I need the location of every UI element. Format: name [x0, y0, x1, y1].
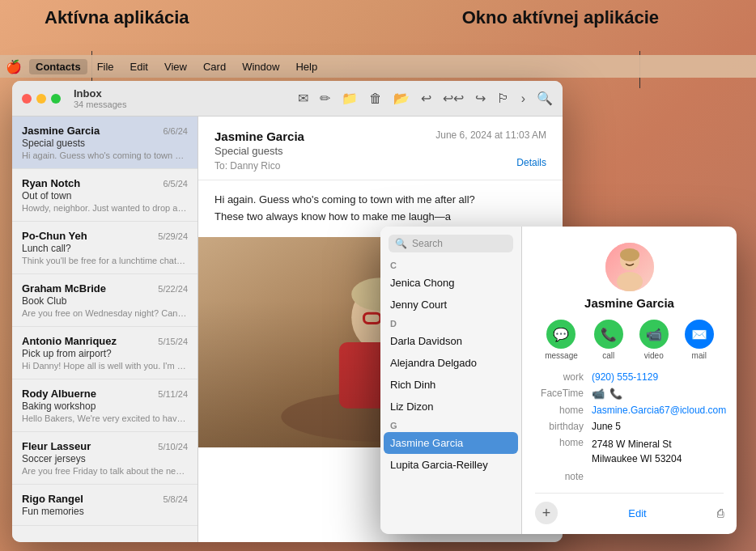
fullscreen-button[interactable] — [51, 94, 61, 104]
call-label: call — [602, 351, 614, 360]
search-input[interactable]: Search — [412, 238, 443, 249]
menu-help[interactable]: Help — [289, 59, 324, 74]
more-icon[interactable]: › — [521, 91, 525, 106]
forward-icon[interactable]: ↪ — [475, 91, 486, 106]
folder-icon[interactable]: 📂 — [393, 91, 410, 106]
contact-item[interactable]: Alejandra Delgado — [380, 352, 521, 374]
mail-item-subject: Fun memories — [22, 506, 188, 517]
facetime-label: FaceTime — [535, 388, 584, 400]
birthday-label: birthday — [535, 421, 584, 432]
inbox-label: Inbox — [74, 87, 126, 100]
mail-item-date: 5/10/24 — [158, 442, 188, 451]
mail-item[interactable]: Rody Albuerne 5/11/24 Baking workshop He… — [12, 379, 197, 432]
archive-icon[interactable]: 📁 — [342, 91, 358, 106]
add-contact-button[interactable]: + — [535, 502, 558, 524]
call-icon: 📞 — [594, 320, 623, 349]
share-contact-button[interactable]: ⎙ — [717, 506, 724, 519]
mail-item[interactable]: Fleur Lasseur 5/10/24 Soccer jerseys Are… — [12, 432, 197, 485]
contact-item[interactable]: Lupita Garcia-Reilley — [380, 454, 521, 476]
search-icon[interactable]: 🔍 — [537, 91, 553, 106]
contact-item[interactable]: Jenny Court — [380, 294, 521, 316]
avatar — [605, 243, 654, 291]
mail-body-line2: These two always know how to make me lau… — [214, 209, 546, 226]
mail-item-preview: Think you'll be free for a lunchtime cha… — [22, 256, 188, 265]
contact-item-selected[interactable]: Jasmine Garcia — [384, 432, 518, 454]
mail-item-subject: Special guests — [22, 138, 188, 149]
mail-item-subject: Book Club — [22, 295, 188, 307]
mail-details-link[interactable]: Details — [516, 157, 546, 168]
menu-file[interactable]: File — [91, 59, 121, 74]
contacts-search-box[interactable]: 🔍 Search — [389, 235, 513, 252]
mail-item-sender: Ryan Notch — [22, 177, 80, 189]
address-label: home — [535, 437, 584, 466]
menu-edit[interactable]: Edit — [124, 59, 155, 74]
mail-item[interactable]: Rigo Rangel 5/8/24 Fun memories — [12, 485, 197, 526]
contact-info-birthday: birthday June 5 — [535, 421, 724, 432]
contact-item[interactable]: Darla Davidson — [380, 330, 521, 352]
flag-icon[interactable]: 🏳 — [497, 91, 510, 106]
mail-item-date: 6/5/24 — [163, 179, 188, 189]
address-value: 2748 W Mineral StMilwaukee WI 53204 — [592, 437, 724, 466]
note-label: note — [535, 471, 584, 482]
contacts-window: 🔍 Search C Jenica Chong Jenny Court D Da… — [380, 227, 737, 534]
contact-item[interactable]: Jenica Chong — [380, 272, 521, 294]
mail-content-header: June 6, 2024 at 11:03 AM Jasmine Garcia … — [198, 117, 563, 180]
mail-item[interactable]: Antonio Manriquez 5/15/24 Pick up from a… — [12, 327, 197, 379]
mail-item-preview: Hello Bakers, We're very excited to have… — [22, 413, 188, 423]
contact-actions: 💬 message 📞 call 📹 video ✉️ mail — [535, 320, 724, 360]
reply-icon[interactable]: ↩ — [421, 91, 431, 106]
contact-item[interactable]: Liz Dizon — [380, 396, 521, 417]
mail-action-button[interactable]: ✉️ mail — [685, 320, 714, 360]
mail-item-sender: Graham McBride — [22, 282, 106, 295]
active-app-annotation: Aktívna aplikácia — [45, 6, 189, 30]
facetime-video-icon[interactable]: 📹 — [592, 388, 605, 400]
mail-item[interactable]: Ryan Notch 6/5/24 Out of town Howdy, nei… — [12, 169, 197, 222]
svg-point-14 — [617, 272, 643, 291]
mail-item-preview: Are you free on Wednesday night? Can't w… — [22, 308, 188, 318]
edit-contact-button[interactable]: Edit — [628, 507, 646, 519]
minimize-button[interactable] — [36, 94, 46, 104]
compose-new-icon[interactable]: ✏ — [320, 91, 330, 106]
work-phone[interactable]: (920) 555-1129 — [592, 371, 724, 383]
mail-titlebar: Inbox 34 messages ✉ ✏ 📁 🗑 📂 ↩ ↩↩ ↪ 🏳 › 🔍 — [12, 81, 563, 117]
mail-item-date: 5/11/24 — [158, 389, 188, 399]
mail-body-line1: Hi again. Guess who's coming to town wit… — [214, 192, 546, 209]
contact-avatar-area: Jasmine Garcia — [535, 243, 724, 310]
call-action-button[interactable]: 📞 call — [594, 320, 623, 360]
mail-item-preview: Hi again. Guess who's coming to town wit… — [22, 150, 188, 160]
work-label: work — [535, 371, 584, 383]
message-action-button[interactable]: 💬 message — [545, 320, 578, 360]
compose-icon[interactable]: ✉ — [298, 91, 308, 106]
mail-label: mail — [692, 351, 707, 360]
traffic-lights — [22, 94, 61, 104]
mail-toolbar: ✉ ✏ 📁 🗑 📂 ↩ ↩↩ ↪ 🏳 › 🔍 — [298, 91, 553, 106]
close-button[interactable] — [22, 94, 32, 104]
mail-item-subject: Lunch call? — [22, 243, 188, 254]
mail-item-date: 5/8/24 — [163, 494, 188, 504]
mail-item[interactable]: Jasmine Garcia 6/6/24 Special guests Hi … — [12, 117, 197, 169]
video-action-button[interactable]: 📹 video — [639, 320, 669, 360]
contact-info-address: home 2748 W Mineral StMilwaukee WI 53204 — [535, 437, 724, 466]
mail-item[interactable]: Graham McBride 5/22/24 Book Club Are you… — [12, 274, 197, 327]
message-label: message — [545, 351, 578, 360]
contacts-search-area: 🔍 Search — [380, 227, 521, 257]
search-icon: 🔍 — [395, 238, 407, 249]
mail-item-sender: Po-Chun Yeh — [22, 230, 87, 242]
mail-icon: ✉️ — [685, 320, 714, 349]
apple-menu[interactable]: 🍎 — [6, 59, 21, 74]
contact-info-work: work (920) 555-1129 — [535, 371, 724, 383]
menu-contacts[interactable]: Contacts — [29, 59, 87, 74]
mail-content-to: To: Danny Rico — [214, 160, 546, 172]
delete-icon[interactable]: 🗑 — [369, 91, 382, 106]
menu-window[interactable]: Window — [236, 59, 286, 74]
facetime-audio-icon[interactable]: 📞 — [609, 388, 622, 400]
contact-footer: + Edit ⎙ — [535, 493, 724, 524]
menu-card[interactable]: Card — [197, 59, 232, 74]
mail-item-subject: Out of town — [22, 190, 188, 201]
menu-view[interactable]: View — [158, 59, 193, 74]
active-window-annotation: Okno aktívnej aplikácie — [462, 6, 659, 30]
mail-item[interactable]: Po-Chun Yeh 5/29/24 Lunch call? Think yo… — [12, 222, 197, 274]
contact-item[interactable]: Rich Dinh — [380, 374, 521, 396]
home-email-value[interactable]: Jasmine.Garcia67@icloud.com — [592, 405, 726, 416]
reply-all-icon[interactable]: ↩↩ — [443, 91, 464, 106]
